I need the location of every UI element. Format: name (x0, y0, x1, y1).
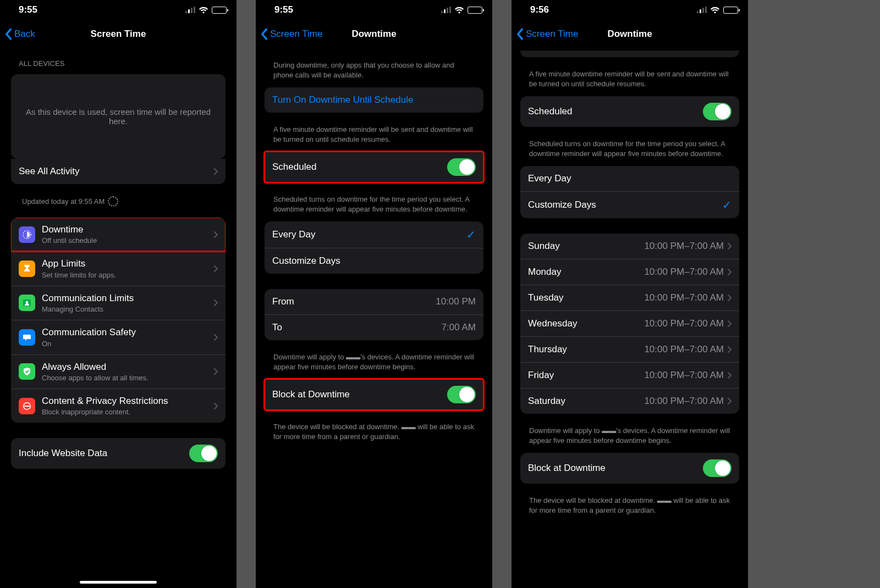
svg-point-2 (26, 301, 29, 304)
cellular-icon (697, 7, 707, 13)
chevron-right-icon (727, 268, 732, 276)
clock: 9:56 (530, 4, 549, 15)
always-allowed-row[interactable]: Always AllowedChoose apps to allow at al… (11, 354, 226, 389)
block-note: The device will be blocked at downtime. … (256, 418, 492, 449)
chevron-right-icon (727, 346, 732, 353)
turn-on-downtime-button[interactable]: Turn On Downtime Until Schedule (265, 87, 483, 113)
chevron-right-icon (213, 231, 218, 238)
day-row[interactable]: Sunday10:00 PM–7:00 AM (520, 234, 739, 259)
devices-note: Downtime will apply to ▬▬'s devices. A d… (256, 348, 492, 379)
to-value: 7:00 AM (442, 322, 476, 333)
turn-on-note: A five minute downtime reminder will be … (512, 65, 748, 96)
devices-note: Downtime will apply to ▬▬'s devices. A d… (512, 421, 748, 453)
wifi-icon (710, 7, 720, 14)
home-indicator[interactable] (80, 581, 157, 584)
day-row[interactable]: Friday10:00 PM–7:00 AM (520, 362, 739, 388)
content-privacy-row[interactable]: Content & Privacy RestrictionsBlock inap… (11, 389, 226, 423)
scheduled-row[interactable]: Scheduled (265, 152, 483, 182)
every-day-row[interactable]: Every Day ✓ (265, 221, 483, 248)
scheduled-toggle[interactable] (447, 158, 476, 176)
block-toggle[interactable] (447, 386, 476, 403)
scheduled-note: Scheduled turns on downtime for the time… (512, 135, 748, 166)
day-row[interactable]: Wednesday10:00 PM–7:00 AM (520, 310, 739, 336)
clock: 9:55 (274, 4, 293, 15)
chevron-right-icon (727, 371, 732, 379)
chevron-left-icon (4, 28, 12, 40)
nav-header: Screen Time Downtime (512, 18, 748, 51)
speech-bubble-icon (19, 329, 35, 346)
scheduled-row[interactable]: Scheduled (520, 96, 739, 127)
block-at-downtime-row[interactable]: Block at Downtime (265, 379, 483, 410)
battery-icon (468, 7, 482, 14)
include-website-data-toggle[interactable] (189, 445, 218, 462)
svg-rect-5 (25, 406, 30, 407)
back-button[interactable]: Screen Time (256, 28, 322, 40)
cellular-icon (185, 7, 195, 13)
chevron-right-icon (727, 397, 732, 405)
all-devices-header: ALL DEVICES (0, 49, 237, 72)
screenshot-screen-time: 9:55 Back Screen Time ALL DEVICES As thi… (0, 0, 237, 588)
wifi-icon (199, 7, 208, 14)
updated-label: Updated today at 9:55 AM (0, 192, 237, 210)
from-value: 10:00 PM (436, 296, 476, 307)
customize-days-row[interactable]: Customize Days ✓ (520, 191, 739, 218)
back-button[interactable]: Back (0, 28, 35, 40)
chevron-right-icon (213, 168, 218, 175)
chevron-right-icon (213, 334, 218, 341)
turn-on-note: A five minute downtime reminder will be … (256, 120, 492, 152)
chevron-right-icon (727, 294, 732, 302)
checkmark-icon: ✓ (466, 228, 476, 241)
chevron-right-icon (213, 299, 218, 307)
block-at-downtime-row[interactable]: Block at Downtime (520, 453, 739, 484)
day-times: 10:00 PM–7:00 AM (644, 241, 724, 252)
back-button[interactable]: Screen Time (512, 28, 578, 40)
day-times: 10:00 PM–7:00 AM (644, 267, 724, 278)
include-website-data-row[interactable]: Include Website Data (11, 438, 226, 469)
scheduled-toggle[interactable] (703, 103, 732, 120)
battery-icon (723, 7, 738, 14)
every-day-row[interactable]: Every Day (520, 166, 739, 191)
status-bar: 9:56 (512, 0, 748, 18)
chevron-left-icon (516, 28, 524, 40)
downtime-row[interactable]: DowntimeOff until schedule (11, 218, 226, 251)
battery-icon (212, 7, 227, 14)
cellular-icon (441, 7, 451, 13)
status-bar: 9:55 (0, 0, 237, 18)
from-row[interactable]: From 10:00 PM (265, 289, 483, 314)
wifi-icon (454, 7, 464, 14)
scheduled-note: Scheduled turns on downtime for the time… (256, 190, 492, 221)
no-entry-icon (19, 398, 35, 414)
usage-placeholder-card: As this device is used, screen time will… (11, 74, 226, 159)
chevron-left-icon (260, 28, 268, 40)
see-all-activity-row[interactable]: See All Activity (11, 159, 226, 184)
turn-on-downtime-button[interactable]: Turn On Downtime Until Schedule (520, 49, 739, 57)
spinner-icon (108, 196, 118, 207)
day-row[interactable]: Thursday10:00 PM–7:00 AM (520, 336, 739, 362)
to-row[interactable]: To 7:00 AM (265, 314, 483, 340)
chevron-right-icon (213, 402, 218, 410)
customize-days-row[interactable]: Customize Days (265, 248, 483, 274)
contact-icon (19, 295, 35, 311)
day-row[interactable]: Tuesday10:00 PM–7:00 AM (520, 285, 739, 310)
block-note: The device will be blocked at downtime. … (512, 491, 748, 523)
nav-header: Screen Time Downtime (256, 18, 492, 51)
intro-text: During downtime, only apps that you choo… (256, 49, 492, 87)
day-times: 10:00 PM–7:00 AM (644, 396, 724, 407)
app-limits-row[interactable]: App LimitsSet time limits for apps. (11, 251, 226, 285)
status-bar: 9:55 (256, 0, 492, 18)
day-row[interactable]: Saturday10:00 PM–7:00 AM (520, 388, 739, 414)
day-times: 10:00 PM–7:00 AM (644, 370, 724, 381)
chevron-right-icon (727, 320, 732, 328)
communication-limits-row[interactable]: Communication LimitsManaging Contacts (11, 286, 226, 320)
day-row[interactable]: Monday10:00 PM–7:00 AM (520, 259, 739, 285)
nav-header: Back Screen Time (0, 18, 237, 51)
chevron-right-icon (213, 265, 218, 273)
communication-safety-row[interactable]: Communication SafetyOn (11, 320, 226, 354)
hourglass-icon (19, 260, 35, 277)
downtime-icon (19, 226, 35, 243)
check-shield-icon (19, 363, 35, 380)
checkmark-icon: ✓ (722, 198, 732, 212)
chevron-right-icon (213, 368, 218, 375)
block-toggle[interactable] (703, 459, 732, 477)
page-title: Screen Time (0, 29, 237, 40)
